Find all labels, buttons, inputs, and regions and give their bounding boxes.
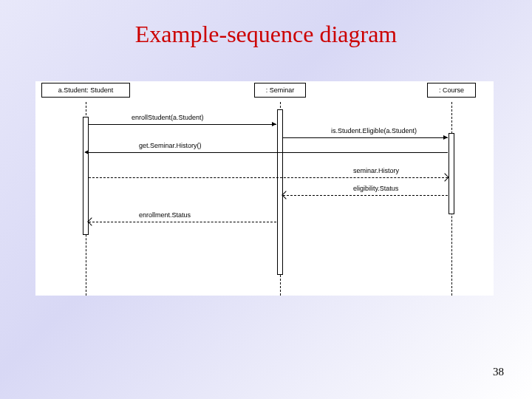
msg-is-eligible: is.Student.Eligible(a.Student) xyxy=(331,127,417,134)
arrow-enroll-student xyxy=(89,124,276,125)
arrow-is-eligible xyxy=(283,137,448,138)
msg-enroll-student: enrollStudent(a.Student) xyxy=(132,114,204,121)
page-number: 38 xyxy=(493,366,504,378)
msg-eligibility-status: eligibility.Status xyxy=(353,185,398,192)
arrow-enrollment-status xyxy=(89,222,276,222)
arrow-eligibility-status xyxy=(283,195,448,196)
sequence-diagram: a.Student: Student : Seminar : Course en… xyxy=(35,81,494,296)
msg-enrollment-status: enrollment.Status xyxy=(139,211,191,219)
arrowhead-seminar-history xyxy=(440,173,449,181)
arrow-get-history xyxy=(89,152,448,153)
arrowhead-eligibility-status xyxy=(282,191,290,199)
arrowhead-enrollment-status xyxy=(87,217,95,225)
slide-title: Example-sequence diagram xyxy=(0,0,532,48)
arrowhead-is-eligible xyxy=(443,135,448,140)
activation-seminar xyxy=(277,109,283,275)
participant-seminar: : Seminar xyxy=(254,83,306,98)
arrowhead-enroll-student xyxy=(272,122,276,126)
activation-student xyxy=(83,117,89,235)
participant-student: a.Student: Student xyxy=(41,83,130,98)
msg-get-history: get.Seminar.History() xyxy=(139,142,202,149)
arrow-seminar-history xyxy=(89,177,448,178)
activation-course xyxy=(449,133,454,214)
msg-seminar-history: seminar.History xyxy=(353,167,399,174)
arrowhead-get-history xyxy=(84,150,89,154)
participant-course: : Course xyxy=(427,83,476,98)
